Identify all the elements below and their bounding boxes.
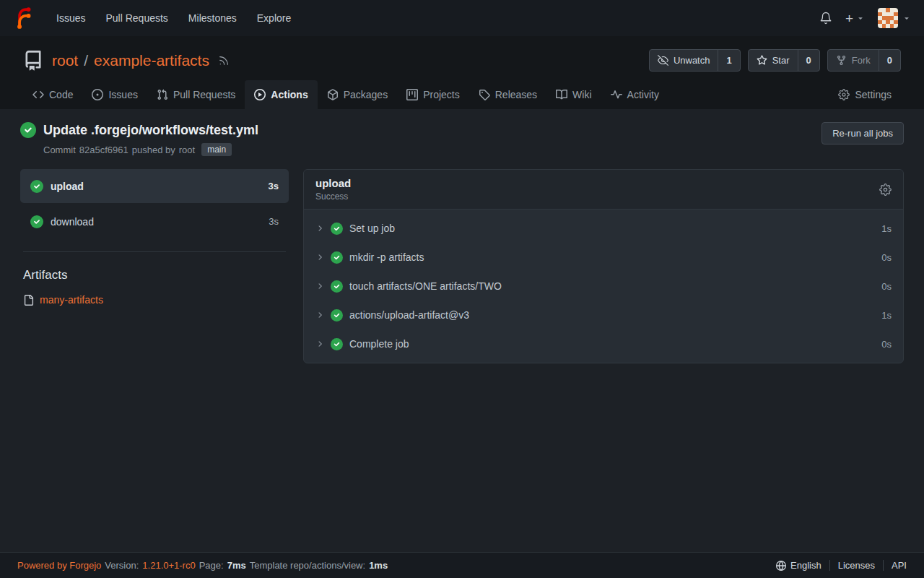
- job-settings-button[interactable]: [879, 184, 892, 196]
- job-item-download[interactable]: download 3s: [20, 204, 289, 238]
- api-link[interactable]: API: [883, 560, 907, 571]
- check-circle-icon: [331, 280, 343, 293]
- step-row[interactable]: mkdir -p artifacts 0s: [304, 243, 903, 272]
- artifact-link-many-artifacts[interactable]: many-artifacts: [23, 294, 286, 306]
- chevron-right-icon: [315, 282, 324, 290]
- chevron-right-icon: [315, 311, 324, 319]
- commit-label: Commit: [43, 144, 76, 155]
- tab-activity[interactable]: Activity: [601, 80, 668, 109]
- stars-count[interactable]: 0: [798, 50, 819, 71]
- repo-name-link[interactable]: example-artifacts: [94, 52, 209, 69]
- rss-feed-button[interactable]: [218, 55, 230, 66]
- page-time-value: 7ms: [227, 560, 246, 571]
- tab-packages[interactable]: Packages: [318, 80, 397, 109]
- step-row[interactable]: touch artifacts/ONE artifacts/TWO 0s: [304, 272, 903, 301]
- run-success-icon: [20, 122, 36, 138]
- step-name: touch artifacts/ONE artifacts/TWO: [349, 280, 502, 292]
- commit-author-link[interactable]: root: [179, 144, 195, 155]
- footer-links: English Licenses API: [768, 560, 907, 571]
- chevron-right-icon: [315, 224, 324, 233]
- issue-icon: [92, 89, 103, 100]
- notifications-button[interactable]: [819, 12, 832, 25]
- nav-explore[interactable]: Explore: [250, 7, 298, 30]
- tab-pull-requests[interactable]: Pull Requests: [147, 80, 245, 109]
- plus-icon: +: [845, 12, 853, 25]
- fork-button[interactable]: Fork: [828, 50, 879, 71]
- globe-icon: [776, 561, 786, 571]
- rerun-all-jobs-button[interactable]: Re-run all jobs: [821, 122, 904, 144]
- tab-issues[interactable]: Issues: [82, 80, 147, 109]
- check-circle-icon: [331, 338, 343, 350]
- template-time-label: Template repo/actions/view:: [250, 560, 365, 571]
- step-duration: 1s: [881, 310, 892, 321]
- main-nav: Issues Pull Requests Milestones Explore: [49, 7, 298, 30]
- check-circle-icon: [30, 215, 43, 228]
- bell-icon: [819, 12, 832, 25]
- project-board-icon: [406, 89, 418, 100]
- job-duration: 3s: [269, 181, 279, 191]
- rss-icon: [218, 55, 230, 66]
- step-duration: 0s: [881, 339, 892, 350]
- repo-action-buttons: Unwatch 1 Star 0 Fork 0: [649, 49, 901, 72]
- chevron-right-icon: [315, 253, 324, 262]
- job-detail-status: Success: [315, 191, 351, 202]
- nav-milestones[interactable]: Milestones: [181, 7, 244, 30]
- artifacts-heading: Artifacts: [23, 268, 286, 282]
- step-row[interactable]: Complete job 0s: [304, 329, 903, 358]
- pull-request-icon: [157, 89, 168, 100]
- check-circle-icon: [30, 180, 43, 193]
- tab-releases[interactable]: Releases: [469, 80, 546, 109]
- step-row[interactable]: Set up job 1s: [304, 214, 903, 243]
- fork-button-group: Fork 0: [827, 49, 901, 72]
- step-name: Set up job: [349, 223, 395, 234]
- check-circle-icon: [331, 223, 343, 235]
- step-name: mkdir -p artifacts: [349, 251, 424, 263]
- forgejo-logo[interactable]: [13, 7, 35, 29]
- tab-wiki[interactable]: Wiki: [546, 80, 601, 109]
- create-new-button[interactable]: +: [845, 12, 865, 25]
- navbar-right: +: [819, 8, 911, 28]
- forks-count[interactable]: 0: [879, 50, 900, 71]
- jobs-sidebar: upload 3s download 3s Artifacts many-art…: [20, 169, 289, 306]
- run-columns: upload 3s download 3s Artifacts many-art…: [20, 169, 904, 363]
- tab-actions[interactable]: Actions: [245, 80, 317, 109]
- step-duration: 0s: [881, 281, 892, 292]
- page-time-label: Page:: [199, 560, 224, 571]
- star-button[interactable]: Star: [749, 50, 798, 71]
- forgejo-logo-icon: [13, 7, 35, 29]
- repo-tabs: Code Issues Pull Requests Actions Packag…: [17, 80, 907, 109]
- job-duration: 3s: [269, 216, 279, 227]
- licenses-link[interactable]: Licenses: [829, 560, 883, 571]
- step-row[interactable]: actions/upload-artifact@v3 1s: [304, 301, 903, 329]
- watchers-count[interactable]: 1: [718, 50, 739, 71]
- run-meta: Commit 82a5cf6961 pushed by root main: [43, 143, 821, 156]
- tab-code[interactable]: Code: [23, 80, 82, 109]
- nav-pull-requests[interactable]: Pull Requests: [98, 7, 175, 30]
- footer-info: Powered by Forgejo Version: 1.21.0+1-rc0…: [17, 560, 388, 571]
- job-detail-name: upload: [315, 177, 351, 189]
- job-item-upload[interactable]: upload 3s: [20, 169, 289, 203]
- repo-owner-link[interactable]: root: [52, 52, 78, 69]
- check-circle-icon: [331, 309, 343, 322]
- chevron-right-icon: [315, 340, 324, 348]
- star-button-group: Star 0: [748, 49, 820, 72]
- user-menu-button[interactable]: [878, 8, 911, 28]
- tab-projects[interactable]: Projects: [397, 80, 469, 109]
- avatar: [878, 8, 898, 28]
- language-selector[interactable]: English: [768, 560, 829, 571]
- repo-icon: [23, 51, 43, 71]
- nav-issues[interactable]: Issues: [49, 7, 92, 30]
- repo-header: root / example-artifacts Unwatch 1 Star …: [0, 36, 924, 109]
- branch-badge[interactable]: main: [201, 143, 232, 156]
- powered-by-link[interactable]: Powered by Forgejo: [17, 560, 101, 571]
- chevron-down-icon: [902, 14, 911, 22]
- job-name: upload: [51, 181, 84, 192]
- tab-settings[interactable]: Settings: [829, 80, 901, 109]
- play-circle-icon: [254, 89, 266, 100]
- check-circle-icon: [331, 251, 343, 264]
- pulse-icon: [611, 89, 622, 100]
- star-icon: [757, 55, 767, 66]
- unwatch-button[interactable]: Unwatch: [650, 50, 718, 71]
- commit-sha-link[interactable]: 82a5cf6961: [79, 144, 128, 155]
- step-duration: 1s: [881, 223, 892, 234]
